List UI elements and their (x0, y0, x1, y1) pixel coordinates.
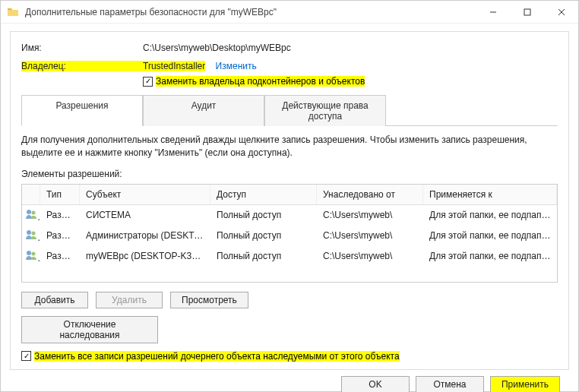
table-row[interactable]: Разр...Администраторы (DESKTOP-...Полный… (22, 226, 557, 246)
minimize-button[interactable] (476, 1, 510, 24)
add-button[interactable]: Добавить (21, 292, 88, 308)
change-owner-link[interactable]: Изменить (216, 61, 257, 71)
svg-rect-0 (524, 9, 530, 15)
svg-point-6 (32, 251, 36, 255)
replace-owner-checkbox[interactable]: ✓ (143, 77, 153, 87)
owner-value-wrap: TrustedInstaller Изменить (143, 61, 257, 71)
cell-inherited: C:\Users\myweb\ (317, 249, 423, 263)
name-label: Имя: (21, 43, 143, 53)
folder-icon (7, 6, 19, 18)
list-body: Разр...СИСТЕМАПолный доступC:\Users\mywe… (22, 205, 557, 267)
replace-child-checkbox[interactable]: ✓ (21, 351, 31, 361)
tab-permissions[interactable]: Разрешения (21, 95, 143, 126)
cell-type: Разр... (40, 208, 80, 222)
tab-effective-access[interactable]: Действующие права доступа (264, 95, 386, 126)
owner-value: TrustedInstaller (143, 61, 205, 71)
col-applies[interactable]: Применяется к (423, 185, 557, 204)
col-type[interactable]: Тип (40, 185, 80, 204)
cell-applies: Для этой папки, ее подпапок ... (423, 229, 557, 242)
maximize-button[interactable] (510, 1, 544, 24)
elements-label: Элементы разрешений: (21, 169, 558, 179)
col-subject[interactable]: Субъект (80, 185, 210, 204)
tabs: Разрешения Аудит Действующие права досту… (21, 94, 558, 126)
content-area: Имя: C:\Users\myweb\Desktop\myWEBpc Влад… (1, 24, 578, 392)
replace-owner-row: ✓ Заменить владельца подконтейнеров и об… (143, 76, 558, 87)
cell-inherited: C:\Users\myweb\ (317, 229, 423, 242)
cell-inherited: C:\Users\myweb\ (317, 208, 423, 222)
svg-point-1 (27, 210, 31, 214)
cell-subject: СИСТЕМА (80, 208, 210, 222)
cell-access: Полный доступ (210, 229, 317, 242)
svg-point-3 (27, 230, 31, 235)
owner-row: Владелец: TrustedInstaller Изменить (21, 61, 558, 71)
advanced-security-window: Дополнительные параметры безопасности дл… (0, 0, 579, 392)
col-inherited[interactable]: Унаследовано от (317, 185, 423, 204)
view-button[interactable]: Просмотреть (170, 292, 248, 308)
owner-label: Владелец: (21, 61, 143, 71)
tab-audit[interactable]: Аудит (143, 95, 264, 126)
cell-subject: Администраторы (DESKTOP-... (80, 229, 210, 242)
svg-point-5 (27, 251, 31, 255)
replace-child-row: ✓ Заменить все записи разрешений дочерне… (21, 351, 558, 362)
close-button[interactable] (544, 1, 578, 24)
help-text: Для получения дополнительных сведений дв… (21, 134, 558, 160)
principal-icon (22, 207, 40, 224)
table-row[interactable]: Разр...СИСТЕМАПолный доступC:\Users\mywe… (22, 205, 557, 226)
dialog-footer: OK Отмена Применить (10, 370, 569, 392)
permissions-list: Тип Субъект Доступ Унаследовано от Приме… (21, 184, 558, 283)
principal-icon (22, 227, 40, 245)
replace-child-label: Заменить все записи разрешений дочернего… (34, 351, 400, 362)
window-title: Дополнительные параметры безопасности дл… (25, 7, 476, 17)
cell-applies: Для этой папки, ее подпапок ... (423, 249, 557, 263)
cell-applies: Для этой папки, ее подпапок ... (423, 208, 557, 222)
replace-owner-label: Заменить владельца подконтейнеров и объе… (156, 76, 365, 87)
cancel-button[interactable]: Отмена (416, 376, 484, 392)
principal-icon (22, 248, 40, 265)
remove-button[interactable]: Удалить (96, 292, 163, 308)
list-header: Тип Субъект Доступ Унаследовано от Приме… (22, 185, 557, 205)
list-buttons: Добавить Удалить Просмотреть (21, 292, 558, 308)
apply-button[interactable]: Применить (490, 376, 560, 392)
cell-access: Полный доступ (210, 249, 317, 263)
svg-point-4 (32, 231, 36, 235)
col-access[interactable]: Доступ (210, 185, 317, 204)
ok-button[interactable]: OK (341, 376, 410, 392)
window-buttons (476, 1, 578, 24)
cell-subject: myWEBpc (DESKTOP-K3T25N... (80, 249, 210, 263)
cell-access: Полный доступ (210, 208, 317, 222)
content-frame: Имя: C:\Users\myweb\Desktop\myWEBpc Влад… (10, 31, 569, 370)
cell-type: Разр... (40, 229, 80, 242)
titlebar: Дополнительные параметры безопасности дл… (1, 1, 578, 24)
svg-point-2 (32, 210, 36, 214)
cell-type: Разр... (40, 249, 80, 263)
disable-inheritance-button[interactable]: Отключение наследования (21, 316, 158, 343)
name-row: Имя: C:\Users\myweb\Desktop\myWEBpc (21, 43, 558, 53)
name-value: C:\Users\myweb\Desktop\myWEBpc (143, 43, 291, 53)
table-row[interactable]: Разр...myWEBpc (DESKTOP-K3T25N...Полный … (22, 246, 557, 267)
